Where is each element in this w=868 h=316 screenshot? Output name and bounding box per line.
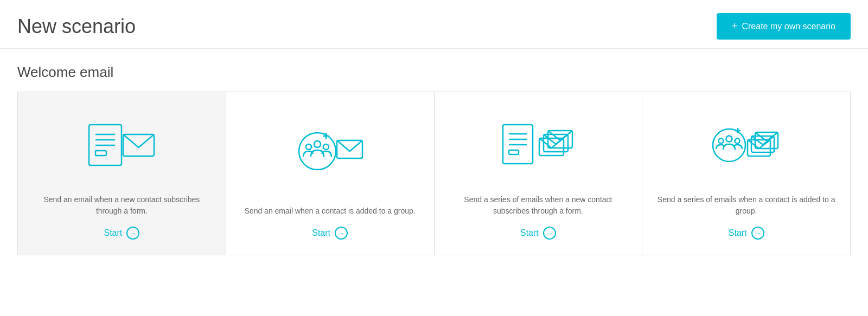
- card-4-arrow-icon: →: [751, 227, 764, 240]
- card-4-description: Send a series of emails when a contact i…: [655, 194, 837, 217]
- card-group-email-series: Send a series of emails when a contact i…: [642, 92, 850, 255]
- svg-point-23: [718, 139, 723, 144]
- create-button-label: Create my own scenario: [742, 22, 835, 31]
- svg-point-22: [726, 136, 732, 142]
- card-3-description: Send a series of emails when a new conta…: [448, 194, 629, 217]
- svg-point-9: [323, 144, 329, 150]
- card-3-icon-area: [500, 109, 576, 183]
- card-3-arrow-icon: →: [543, 227, 556, 240]
- card-1-arrow-icon: →: [126, 227, 139, 240]
- card-3-start-button[interactable]: Start →: [520, 227, 556, 240]
- card-1-description: Send an email when a new contact subscri…: [31, 194, 213, 217]
- page-title: New scenario: [17, 15, 136, 38]
- card-form-single-email: Send an email when a new contact subscri…: [18, 92, 226, 255]
- card-1-icon-area: [86, 109, 157, 183]
- plus-icon: +: [732, 21, 738, 32]
- card-2-start-label: Start: [312, 228, 330, 238]
- create-scenario-button[interactable]: + Create my own scenario: [717, 13, 851, 40]
- svg-rect-17: [509, 150, 519, 154]
- card-2-icon-area: [295, 109, 365, 195]
- card-3-start-label: Start: [520, 228, 539, 238]
- section-title: Welcome email: [17, 64, 851, 81]
- card-1-start-button[interactable]: Start →: [104, 227, 139, 240]
- card-4-start-button[interactable]: Start →: [729, 227, 764, 240]
- card-2-arrow-icon: →: [335, 227, 348, 240]
- card-form-email-series: Send a series of emails when a new conta…: [435, 92, 643, 255]
- svg-point-8: [306, 144, 311, 150]
- form-emails-series-icon: [500, 119, 576, 173]
- svg-point-6: [299, 133, 336, 170]
- group-email-icon: [295, 125, 365, 179]
- group-emails-series-icon: [709, 119, 784, 173]
- scenario-cards-row: Send an email when a new contact subscri…: [17, 92, 851, 255]
- svg-point-7: [314, 141, 321, 147]
- main-content: Welcome email Send an email when a new c…: [0, 49, 868, 270]
- card-4-icon-area: [709, 109, 784, 183]
- card-group-single-email: Send an email when a contact is added to…: [226, 92, 435, 255]
- form-email-icon: [86, 119, 157, 173]
- svg-point-24: [735, 139, 739, 144]
- svg-rect-4: [95, 151, 106, 156]
- card-2-start-button[interactable]: Start →: [312, 227, 348, 240]
- card-2-description: Send an email when a contact is added to…: [245, 205, 416, 217]
- card-1-start-label: Start: [104, 228, 122, 238]
- card-4-start-label: Start: [729, 228, 747, 238]
- page-header: New scenario + Create my own scenario: [0, 0, 868, 49]
